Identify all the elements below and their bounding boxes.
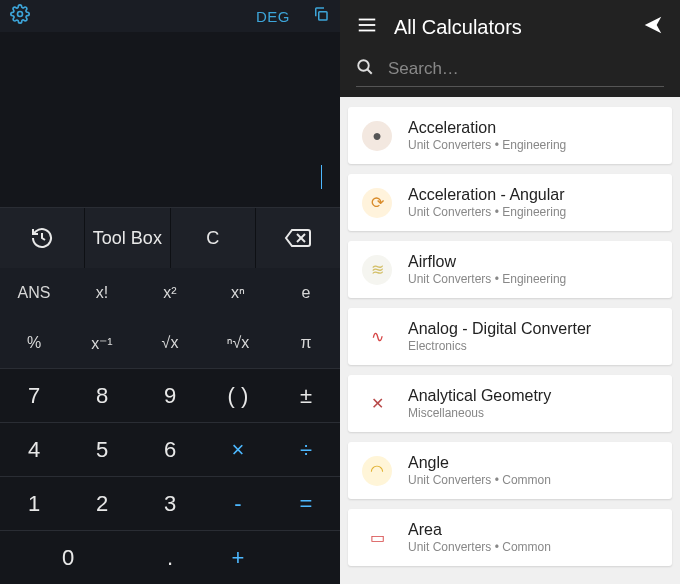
key-minus[interactable]: -	[204, 476, 272, 530]
svg-line-8	[367, 69, 372, 74]
key-3[interactable]: 3	[136, 476, 204, 530]
key-5[interactable]: 5	[68, 422, 136, 476]
key-nthroot[interactable]: ⁿ√x	[204, 318, 272, 368]
list-item-subtitle: Unit Converters • Engineering	[408, 205, 658, 219]
key-sqrt[interactable]: √x	[136, 318, 204, 368]
calculator-topbar: DEG	[0, 0, 340, 32]
calculator-list[interactable]: ●AccelerationUnit Converters • Engineeri…	[340, 97, 680, 584]
key-pi[interactable]: π	[272, 318, 340, 368]
key-equals[interactable]: =	[272, 476, 340, 530]
key-percent[interactable]: %	[0, 318, 68, 368]
list-item-subtitle: Unit Converters • Common	[408, 473, 658, 487]
menu-icon[interactable]	[356, 14, 378, 40]
list-item-subtitle: Miscellaneous	[408, 406, 658, 420]
all-calculators-panel: All Calculators ●AccelerationUnit Conver…	[340, 0, 680, 584]
list-item-title: Acceleration	[408, 119, 658, 137]
clear-button[interactable]: C	[171, 208, 256, 268]
list-item[interactable]: ∿Analog - Digital ConverterElectronics	[348, 308, 672, 365]
key-decimal[interactable]: .	[136, 530, 204, 584]
list-item-icon: ✕	[362, 389, 392, 419]
key-divide[interactable]: ÷	[272, 422, 340, 476]
list-item-icon: ⟳	[362, 188, 392, 218]
key-8[interactable]: 8	[68, 368, 136, 422]
list-item-body: Analog - Digital ConverterElectronics	[408, 320, 658, 353]
fn-row-2: % x⁻¹ √x ⁿ√x π	[0, 318, 340, 368]
share-icon[interactable]	[642, 14, 664, 40]
list-item[interactable]: ✕Analytical GeometryMiscellaneous	[348, 375, 672, 432]
search-icon	[356, 58, 374, 80]
key-e[interactable]: e	[272, 268, 340, 318]
num-row-456: 4 5 6 × ÷	[0, 422, 340, 476]
key-spacer	[272, 530, 340, 584]
key-2[interactable]: 2	[68, 476, 136, 530]
key-ans[interactable]: ANS	[0, 268, 68, 318]
list-item-icon: ≋	[362, 255, 392, 285]
list-item-title: Acceleration - Angular	[408, 186, 658, 204]
toolbox-row: Tool Box C	[0, 208, 340, 268]
key-6[interactable]: 6	[136, 422, 204, 476]
calculator-panel: DEG Tool Box C ANS x! x² xⁿ e % x⁻¹ √x ⁿ…	[0, 0, 340, 584]
list-item-icon: ◠	[362, 456, 392, 486]
list-item[interactable]: ◠AngleUnit Converters • Common	[348, 442, 672, 499]
svg-point-7	[358, 60, 369, 71]
list-item-icon: ▭	[362, 523, 392, 553]
key-parens[interactable]: ( )	[204, 368, 272, 422]
list-item-title: Analytical Geometry	[408, 387, 658, 405]
key-square[interactable]: x²	[136, 268, 204, 318]
list-item-icon: ∿	[362, 322, 392, 352]
num-row-789: 7 8 9 ( ) ±	[0, 368, 340, 422]
key-9[interactable]: 9	[136, 368, 204, 422]
key-1[interactable]: 1	[0, 476, 68, 530]
list-item[interactable]: ▭AreaUnit Converters • Common	[348, 509, 672, 566]
fn-row-1: ANS x! x² xⁿ e	[0, 268, 340, 318]
history-button[interactable]	[0, 208, 85, 268]
key-power[interactable]: xⁿ	[204, 268, 272, 318]
key-multiply[interactable]: ×	[204, 422, 272, 476]
list-item[interactable]: ≋AirflowUnit Converters • Engineering	[348, 241, 672, 298]
list-item-body: AreaUnit Converters • Common	[408, 521, 658, 554]
num-row-123: 1 2 3 - =	[0, 476, 340, 530]
list-item-title: Angle	[408, 454, 658, 472]
list-item-subtitle: Unit Converters • Engineering	[408, 272, 658, 286]
key-plus[interactable]: +	[204, 530, 272, 584]
backspace-button[interactable]	[256, 208, 340, 268]
search-input[interactable]	[388, 59, 664, 79]
key-plusminus[interactable]: ±	[272, 368, 340, 422]
list-item-title: Airflow	[408, 253, 658, 271]
calculator-display[interactable]	[0, 32, 340, 208]
key-factorial[interactable]: x!	[68, 268, 136, 318]
list-item-body: AccelerationUnit Converters • Engineerin…	[408, 119, 658, 152]
key-4[interactable]: 4	[0, 422, 68, 476]
list-item[interactable]: ⟳Acceleration - AngularUnit Converters •…	[348, 174, 672, 231]
list-item-icon: ●	[362, 121, 392, 151]
list-header: All Calculators	[340, 0, 680, 97]
settings-icon[interactable]	[10, 4, 30, 28]
list-item-subtitle: Unit Converters • Engineering	[408, 138, 658, 152]
list-item-body: Analytical GeometryMiscellaneous	[408, 387, 658, 420]
cursor	[321, 165, 322, 189]
list-item[interactable]: ●AccelerationUnit Converters • Engineeri…	[348, 107, 672, 164]
list-item-body: AirflowUnit Converters • Engineering	[408, 253, 658, 286]
page-title: All Calculators	[394, 16, 626, 39]
copy-icon[interactable]	[312, 5, 330, 27]
key-inverse[interactable]: x⁻¹	[68, 318, 136, 368]
num-row-0: 0 . +	[0, 530, 340, 584]
list-item-subtitle: Unit Converters • Common	[408, 540, 658, 554]
list-item-title: Analog - Digital Converter	[408, 320, 658, 338]
svg-rect-1	[319, 12, 327, 20]
svg-point-0	[18, 12, 23, 17]
key-0[interactable]: 0	[0, 530, 136, 584]
list-item-title: Area	[408, 521, 658, 539]
key-7[interactable]: 7	[0, 368, 68, 422]
list-item-subtitle: Electronics	[408, 339, 658, 353]
list-item-body: Acceleration - AngularUnit Converters • …	[408, 186, 658, 219]
list-item-body: AngleUnit Converters • Common	[408, 454, 658, 487]
toolbox-button[interactable]: Tool Box	[85, 208, 170, 268]
angle-mode[interactable]: DEG	[256, 8, 290, 25]
